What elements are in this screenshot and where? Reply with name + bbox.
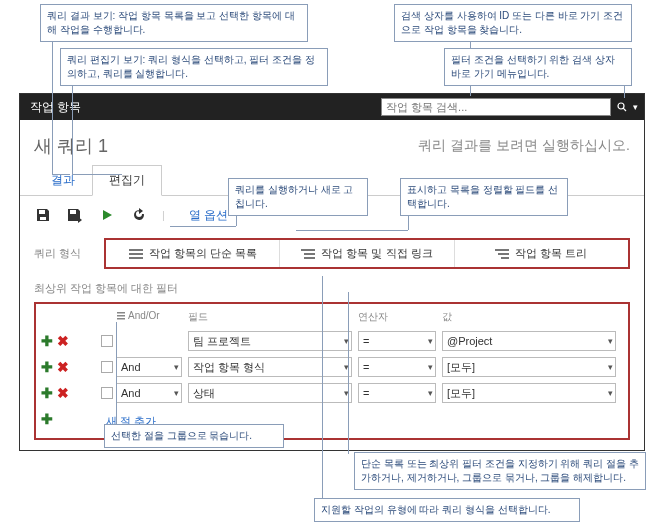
value-combo[interactable]: [모두]▾ (442, 383, 616, 403)
svg-rect-15 (117, 312, 125, 314)
list-icon (129, 248, 143, 260)
andor-cell (116, 331, 182, 351)
group-checkbox[interactable] (101, 387, 113, 399)
tree-icon (495, 248, 509, 260)
callout-results-view: 쿼리 결과 보기: 작업 항목 목록을 보고 선택한 항목에 대해 작업을 수행… (40, 4, 308, 42)
callout-search-box: 검색 상자를 사용하여 ID 또는 다른 바로 가기 조건으로 작업 항목을 찾… (394, 4, 632, 42)
svg-rect-13 (501, 257, 509, 259)
column-options-link[interactable]: 열 옵션 (189, 207, 228, 224)
operator-combo[interactable]: =▾ (358, 331, 436, 351)
filter-row: ✚ ✖ And▾ 상태▾ =▾ [모두]▾ (36, 380, 628, 406)
chevron-down-icon: ▾ (608, 362, 613, 372)
app-window: 작업 항목 ▾ 새 쿼리 1 쿼리 결과를 보려면 실행하십시오. 결과 편집기… (19, 93, 645, 451)
andor-combo[interactable]: And▾ (116, 383, 182, 403)
svg-rect-8 (301, 249, 315, 251)
search-dropdown-icon[interactable] (615, 100, 629, 114)
svg-rect-14 (117, 315, 125, 317)
chevron-down-icon: ▾ (428, 362, 433, 372)
andor-combo[interactable]: And▾ (116, 357, 182, 377)
query-format-flat-label: 작업 항목의 단순 목록 (149, 246, 257, 261)
filter-section-label: 최상위 작업 항목에 대한 필터 (20, 277, 644, 300)
callout-add-remove-clause: 단순 목록 또는 최상위 필터 조건을 지정하기 위해 쿼리 절을 추가하거나,… (354, 452, 646, 490)
add-row-icon[interactable]: ✚ (40, 360, 54, 374)
chevron-down-icon: ▾ (428, 388, 433, 398)
svg-rect-7 (129, 257, 143, 259)
grid-header-field: 필드 (188, 310, 358, 324)
svg-line-1 (623, 108, 626, 111)
svg-rect-3 (40, 217, 46, 220)
svg-rect-11 (495, 249, 509, 251)
callout-group-clause: 선택한 절을 그룹으로 묶습니다. (104, 424, 284, 448)
svg-rect-10 (304, 257, 315, 259)
callout-query-format: 지원할 작업의 유형에 따라 쿼리 형식을 선택합니다. (314, 498, 580, 522)
callout-column-options: 표시하고 목록을 정렬할 필드를 선택합니다. (400, 178, 568, 216)
grid-header-op: 연산자 (358, 310, 442, 324)
chevron-down-icon: ▾ (428, 336, 433, 346)
grid-header-andor: And/Or (116, 310, 160, 321)
title-bar: 작업 항목 ▾ (20, 94, 644, 120)
value-combo[interactable]: [모두]▾ (442, 357, 616, 377)
chevron-down-icon: ▾ (174, 388, 179, 398)
operator-combo[interactable]: =▾ (358, 383, 436, 403)
svg-rect-2 (39, 210, 45, 214)
delete-row-icon[interactable]: ✖ (56, 360, 70, 374)
save-icon[interactable] (34, 206, 52, 224)
query-format-tree-label: 작업 항목 트리 (515, 246, 587, 261)
add-row-icon[interactable]: ✚ (40, 334, 54, 348)
refresh-icon[interactable] (130, 206, 148, 224)
filter-grid: And/Or 필드 연산자 값 ✚ ✖ 팀 프로젝트▾ =▾ @Project▾… (34, 302, 630, 440)
filter-row: ✚ ✖ 팀 프로젝트▾ =▾ @Project▾ (36, 328, 628, 354)
query-format-flat[interactable]: 작업 항목의 단순 목록 (106, 240, 280, 267)
filter-row: ✚ ✖ And▾ 작업 항목 형식▾ =▾ [모두]▾ (36, 354, 628, 380)
query-format-links-label: 작업 항목 및 직접 링크 (321, 246, 432, 261)
filter-grid-header: And/Or 필드 연산자 값 (36, 308, 628, 328)
field-combo[interactable]: 작업 항목 형식▾ (188, 357, 352, 377)
callout-filter-shortcut: 필터 조건을 선택하기 위한 검색 상자 바로 가기 메뉴입니다. (444, 48, 632, 86)
links-icon (301, 248, 315, 260)
query-name: 새 쿼리 1 (34, 134, 108, 158)
chevron-down-icon: ▾ (174, 362, 179, 372)
grid-header-val: 값 (442, 310, 628, 324)
operator-combo[interactable]: =▾ (358, 357, 436, 377)
save-as-icon[interactable] (66, 206, 84, 224)
callout-run-query: 쿼리를 실행하거나 새로 고칩니다. (228, 178, 368, 216)
delete-row-icon[interactable]: ✖ (56, 334, 70, 348)
add-row-icon[interactable]: ✚ (40, 386, 54, 400)
chevron-down-icon: ▾ (608, 336, 613, 346)
svg-rect-9 (304, 253, 315, 255)
add-row-icon[interactable]: ✚ (40, 412, 54, 426)
svg-rect-5 (129, 249, 143, 251)
svg-rect-4 (70, 210, 76, 214)
window-title: 작업 항목 (30, 99, 81, 116)
svg-rect-6 (129, 253, 143, 255)
query-format-row: 쿼리 형식 작업 항목의 단순 목록 작업 항목 및 직접 링크 작업 항목 트… (20, 234, 644, 277)
value-combo[interactable]: @Project▾ (442, 331, 616, 351)
tab-results[interactable]: 결과 (34, 165, 92, 196)
run-hint: 쿼리 결과를 보려면 실행하십시오. (418, 137, 630, 155)
chevron-down-icon[interactable]: ▾ (633, 102, 638, 112)
chevron-down-icon: ▾ (608, 388, 613, 398)
group-checkbox[interactable] (101, 361, 113, 373)
group-checkbox[interactable] (101, 335, 113, 347)
field-combo[interactable]: 팀 프로젝트▾ (188, 331, 352, 351)
query-format-links[interactable]: 작업 항목 및 직접 링크 (280, 240, 454, 267)
query-header: 새 쿼리 1 쿼리 결과를 보려면 실행하십시오. (20, 120, 644, 164)
svg-point-0 (618, 103, 624, 109)
tab-editor[interactable]: 편집기 (92, 165, 162, 196)
svg-rect-16 (117, 318, 125, 320)
run-query-icon[interactable] (98, 206, 116, 224)
field-combo[interactable]: 상태▾ (188, 383, 352, 403)
callout-editor-view: 쿼리 편집기 보기: 쿼리 형식을 선택하고, 필터 조건을 정의하고, 쿼리를… (60, 48, 328, 86)
delete-row-icon[interactable]: ✖ (56, 386, 70, 400)
query-format-tree[interactable]: 작업 항목 트리 (455, 240, 628, 267)
query-format-label: 쿼리 형식 (34, 246, 94, 261)
search-input[interactable] (381, 98, 611, 116)
svg-rect-12 (498, 253, 509, 255)
